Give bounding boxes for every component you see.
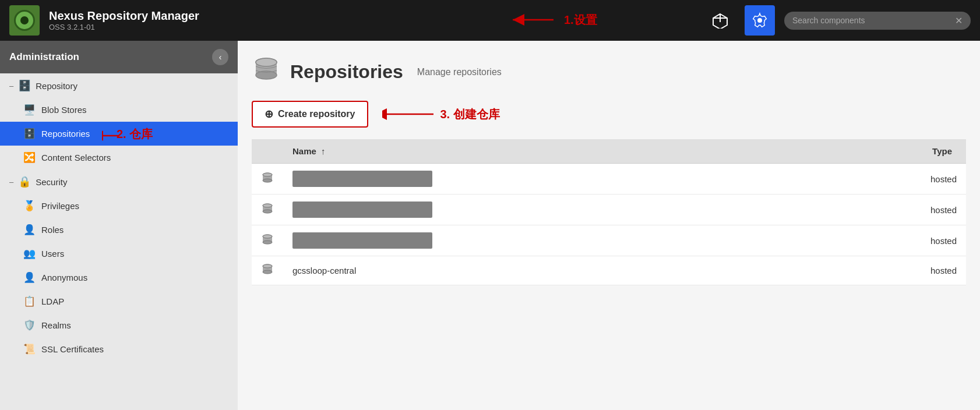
sidebar-item-roles[interactable]: 👤 Roles <box>0 218 238 242</box>
repositories-icon: 🗄️ <box>23 128 36 140</box>
ldap-icon: 📋 <box>23 295 36 308</box>
svg-point-3 <box>757 18 762 23</box>
sidebar-collapse-button[interactable]: ‹ <box>212 49 228 65</box>
row-name-blurred-2 <box>283 195 815 225</box>
row-type-2: hosted <box>815 195 966 225</box>
sidebar-item-realms[interactable]: 🛡️ Realms <box>0 313 238 337</box>
sidebar-item-anonymous-label: Anonymous <box>41 273 87 282</box>
content-panel: Repositories Manage repositories ⊕ Creat… <box>238 41 980 410</box>
page-title: Repositories <box>290 61 403 83</box>
row-icon-cell <box>252 225 283 256</box>
sidebar-item-blob-stores-label: Blob Stores <box>41 105 87 115</box>
sidebar-item-privileges-label: Privileges <box>41 201 79 211</box>
app-logo <box>9 5 40 36</box>
page-subtitle: Manage repositories <box>417 67 502 77</box>
sidebar: Administration ‹ – 🗄️ Repository 🖥️ Blob… <box>0 41 238 410</box>
create-repository-button[interactable]: ⊕ Create repository <box>252 101 368 128</box>
sidebar-item-content-selectors[interactable]: 🔀 Content Selectors <box>0 146 238 169</box>
row-icon-cell <box>252 164 283 195</box>
svg-point-17 <box>263 173 272 176</box>
blob-stores-icon: 🖥️ <box>23 104 36 116</box>
settings-icon-button[interactable] <box>745 5 775 36</box>
realms-icon: 🛡️ <box>23 319 36 331</box>
top-header: Nexus Repository Manager OSS 3.2.1-01 ✕ <box>0 0 980 41</box>
annotation-2-label: 2. 仓库 <box>117 126 153 142</box>
row-type-3: hosted <box>815 225 966 256</box>
browse-icon-button[interactable] <box>705 5 735 36</box>
search-bar: ✕ <box>784 12 971 30</box>
sidebar-item-blob-stores[interactable]: 🖥️ Blob Stores <box>0 98 238 122</box>
row-name-blurred-1 <box>283 164 815 195</box>
sidebar-item-ssl-certificates[interactable]: 📜 SSL Certificates <box>0 337 238 361</box>
table-header-icon-col <box>252 139 283 164</box>
sidebar-item-users[interactable]: 👥 Users <box>0 242 238 266</box>
table-row[interactable]: hosted <box>252 164 966 195</box>
table-row[interactable]: gcssloop-central hosted <box>252 256 966 285</box>
privileges-icon: 🏅 <box>23 200 36 212</box>
security-icon: 🔒 <box>18 175 31 188</box>
table-row[interactable]: hosted <box>252 225 966 256</box>
ssl-icon: 📜 <box>23 343 36 355</box>
sidebar-item-users-label: Users <box>41 249 64 259</box>
anonymous-icon: 👤 <box>23 271 36 284</box>
svg-point-25 <box>263 235 272 238</box>
svg-point-29 <box>263 264 272 268</box>
sidebar-section-security[interactable]: – 🔒 Security <box>0 169 238 194</box>
table-header-name: Name ↑ <box>283 139 815 164</box>
search-clear-icon[interactable]: ✕ <box>955 15 963 26</box>
sidebar-item-ldap-label: LDAP <box>41 296 64 306</box>
sidebar-item-anonymous[interactable]: 👤 Anonymous <box>0 266 238 289</box>
row-name-blurred-3 <box>283 225 815 256</box>
table-row[interactable]: hosted <box>252 195 966 225</box>
main-area: Administration ‹ – 🗄️ Repository 🖥️ Blob… <box>0 41 980 410</box>
sidebar-section-security-label: Security <box>36 177 67 187</box>
sidebar-item-repositories[interactable]: 🗄️ Repositories 2. 仓库 <box>0 122 238 146</box>
sidebar-item-ssl-label: SSL Certificates <box>41 344 104 354</box>
row-name-4: gcssloop-central <box>283 256 815 285</box>
svg-point-20 <box>263 210 272 213</box>
roles-icon: 👤 <box>23 224 36 236</box>
sidebar-section-repository-label: Repository <box>36 81 77 91</box>
row-icon-cell <box>252 195 283 225</box>
sidebar-section-repository[interactable]: – 🗄️ Repository <box>0 73 238 98</box>
sidebar-item-ldap[interactable]: 📋 LDAP <box>0 289 238 313</box>
sidebar-item-privileges[interactable]: 🏅 Privileges <box>0 194 238 218</box>
annotation-1-label: 1.设置 <box>564 12 597 28</box>
row-type-4: hosted <box>815 256 966 285</box>
sidebar-item-repositories-label: Repositories <box>41 129 90 139</box>
users-icon: 👥 <box>23 248 36 260</box>
sidebar-item-content-selectors-label: Content Selectors <box>41 153 111 162</box>
create-btn-label: Create repository <box>278 109 355 119</box>
app-title-block: Nexus Repository Manager OSS 3.2.1-01 <box>49 9 199 31</box>
page-title-icon <box>252 55 281 89</box>
row-icon-cell <box>252 256 283 285</box>
svg-point-24 <box>263 241 272 244</box>
repository-table: Name ↑ Type <box>252 139 966 285</box>
svg-point-16 <box>263 179 272 182</box>
app-title: Nexus Repository Manager <box>49 9 199 23</box>
row-type-1: hosted <box>815 164 966 195</box>
svg-point-11 <box>256 58 277 66</box>
annotation-3-wrapper: 3. 创建仓库 <box>382 107 500 122</box>
create-repo-row: ⊕ Create repository 3. 创建仓库 <box>252 101 966 128</box>
sidebar-header: Administration ‹ <box>0 41 238 73</box>
sidebar-title: Administration <box>9 51 79 63</box>
svg-point-28 <box>263 270 272 274</box>
app-version: OSS 3.2.1-01 <box>49 23 199 31</box>
page-title-row: Repositories Manage repositories <box>252 55 966 89</box>
table-header-type: Type <box>815 139 966 164</box>
svg-point-21 <box>263 204 272 207</box>
search-input[interactable] <box>792 16 950 25</box>
annotation-3-label: 3. 创建仓库 <box>440 107 500 122</box>
content-selectors-icon: 🔀 <box>23 151 36 164</box>
sidebar-item-roles-label: Roles <box>41 225 64 235</box>
sidebar-item-realms-label: Realms <box>41 320 71 330</box>
create-btn-plus-icon: ⊕ <box>265 108 273 121</box>
